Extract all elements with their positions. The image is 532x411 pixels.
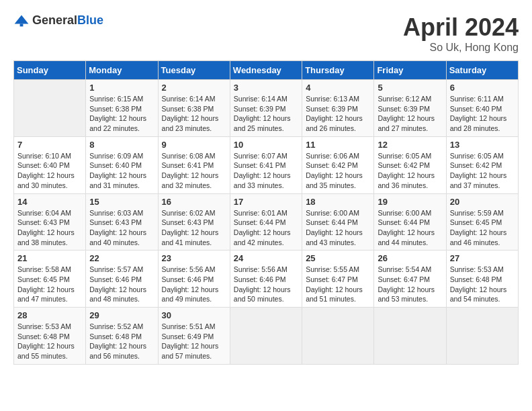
day-cell <box>230 308 302 365</box>
day-number: 22 <box>89 253 154 263</box>
day-info: Sunrise: 5:53 AMSunset: 6:48 PMDaylight:… <box>17 322 82 361</box>
day-info: Sunrise: 6:08 AMSunset: 6:41 PMDaylight:… <box>162 151 226 191</box>
day-cell <box>446 308 518 365</box>
day-info: Sunrise: 6:02 AMSunset: 6:43 PMDaylight:… <box>162 208 226 248</box>
header: GeneralBlue April 2024 So Uk, Hong Kong <box>13 13 519 54</box>
day-cell: 24Sunrise: 5:56 AMSunset: 6:46 PMDayligh… <box>230 250 302 308</box>
logo: GeneralBlue <box>13 13 103 28</box>
day-cell <box>374 308 446 365</box>
day-info: Sunrise: 6:03 AMSunset: 6:43 PMDaylight:… <box>89 208 154 248</box>
day-cell: 19Sunrise: 6:00 AMSunset: 6:44 PMDayligh… <box>374 193 446 250</box>
logo-blue: Blue <box>77 13 103 27</box>
day-info: Sunrise: 6:05 AMSunset: 6:42 PMDaylight:… <box>450 151 515 191</box>
weekday-wednesday: Wednesday <box>230 61 302 80</box>
logo-icon <box>13 14 30 28</box>
weekday-friday: Friday <box>374 61 446 80</box>
day-cell: 22Sunrise: 5:57 AMSunset: 6:46 PMDayligh… <box>86 250 158 308</box>
day-number: 1 <box>89 83 154 93</box>
day-number: 20 <box>450 197 515 207</box>
day-cell: 20Sunrise: 5:59 AMSunset: 6:45 PMDayligh… <box>446 193 518 250</box>
day-number: 5 <box>378 83 442 93</box>
day-number: 3 <box>234 83 298 93</box>
day-number: 11 <box>306 140 370 150</box>
day-info: Sunrise: 6:10 AMSunset: 6:40 PMDaylight:… <box>17 151 82 191</box>
calendar-table: SundayMondayTuesdayWednesdayThursdayFrid… <box>13 60 519 365</box>
weekday-tuesday: Tuesday <box>158 61 230 80</box>
weekday-monday: Monday <box>86 61 158 80</box>
title-area: April 2024 So Uk, Hong Kong <box>403 13 519 54</box>
day-info: Sunrise: 6:14 AMSunset: 6:39 PMDaylight:… <box>234 94 298 134</box>
week-row-4: 21Sunrise: 5:58 AMSunset: 6:45 PMDayligh… <box>14 250 519 308</box>
day-number: 9 <box>162 140 226 150</box>
day-cell: 11Sunrise: 6:06 AMSunset: 6:42 PMDayligh… <box>302 136 374 193</box>
day-info: Sunrise: 6:14 AMSunset: 6:38 PMDaylight:… <box>162 94 226 134</box>
day-info: Sunrise: 5:57 AMSunset: 6:46 PMDaylight:… <box>89 265 154 304</box>
day-number: 21 <box>17 253 82 263</box>
day-info: Sunrise: 5:56 AMSunset: 6:46 PMDaylight:… <box>162 265 226 304</box>
day-cell: 23Sunrise: 5:56 AMSunset: 6:46 PMDayligh… <box>158 250 230 308</box>
day-number: 23 <box>162 253 226 263</box>
day-number: 10 <box>234 140 298 150</box>
day-info: Sunrise: 5:54 AMSunset: 6:47 PMDaylight:… <box>378 265 442 304</box>
day-number: 24 <box>234 253 298 263</box>
day-number: 7 <box>17 140 82 150</box>
day-info: Sunrise: 6:13 AMSunset: 6:39 PMDaylight:… <box>306 94 370 134</box>
day-number: 4 <box>306 83 370 93</box>
day-number: 8 <box>89 140 154 150</box>
calendar-body: 1Sunrise: 6:15 AMSunset: 6:38 PMDaylight… <box>14 80 519 365</box>
day-info: Sunrise: 5:56 AMSunset: 6:46 PMDaylight:… <box>234 265 298 304</box>
day-cell: 18Sunrise: 6:00 AMSunset: 6:44 PMDayligh… <box>302 193 374 250</box>
week-row-3: 14Sunrise: 6:04 AMSunset: 6:43 PMDayligh… <box>14 193 519 250</box>
day-number: 13 <box>450 140 515 150</box>
day-cell: 5Sunrise: 6:12 AMSunset: 6:39 PMDaylight… <box>374 80 446 137</box>
location-title: So Uk, Hong Kong <box>403 42 519 54</box>
day-cell: 10Sunrise: 6:07 AMSunset: 6:41 PMDayligh… <box>230 136 302 193</box>
day-number: 6 <box>450 83 515 93</box>
day-cell: 7Sunrise: 6:10 AMSunset: 6:40 PMDaylight… <box>14 136 86 193</box>
day-number: 30 <box>162 310 226 320</box>
day-cell: 28Sunrise: 5:53 AMSunset: 6:48 PMDayligh… <box>14 308 86 365</box>
day-info: Sunrise: 6:01 AMSunset: 6:44 PMDaylight:… <box>234 208 298 248</box>
day-cell: 4Sunrise: 6:13 AMSunset: 6:39 PMDaylight… <box>302 80 374 137</box>
day-number: 25 <box>306 253 370 263</box>
day-number: 26 <box>378 253 442 263</box>
day-number: 12 <box>378 140 442 150</box>
day-cell: 17Sunrise: 6:01 AMSunset: 6:44 PMDayligh… <box>230 193 302 250</box>
day-cell: 3Sunrise: 6:14 AMSunset: 6:39 PMDaylight… <box>230 80 302 137</box>
svg-marker-0 <box>15 15 29 24</box>
day-cell: 25Sunrise: 5:55 AMSunset: 6:47 PMDayligh… <box>302 250 374 308</box>
day-info: Sunrise: 5:52 AMSunset: 6:48 PMDaylight:… <box>89 322 154 361</box>
day-number: 2 <box>162 83 226 93</box>
day-info: Sunrise: 6:00 AMSunset: 6:44 PMDaylight:… <box>378 208 442 248</box>
day-cell <box>302 308 374 365</box>
day-number: 27 <box>450 253 515 263</box>
day-cell: 14Sunrise: 6:04 AMSunset: 6:43 PMDayligh… <box>14 193 86 250</box>
day-number: 15 <box>89 197 154 207</box>
day-cell: 15Sunrise: 6:03 AMSunset: 6:43 PMDayligh… <box>86 193 158 250</box>
calendar-header: SundayMondayTuesdayWednesdayThursdayFrid… <box>14 61 519 80</box>
month-title: April 2024 <box>403 13 519 42</box>
day-cell: 13Sunrise: 6:05 AMSunset: 6:42 PMDayligh… <box>446 136 518 193</box>
weekday-row: SundayMondayTuesdayWednesdayThursdayFrid… <box>14 61 519 80</box>
day-cell: 29Sunrise: 5:52 AMSunset: 6:48 PMDayligh… <box>86 308 158 365</box>
day-info: Sunrise: 5:58 AMSunset: 6:45 PMDaylight:… <box>17 265 82 304</box>
day-cell: 2Sunrise: 6:14 AMSunset: 6:38 PMDaylight… <box>158 80 230 137</box>
day-cell: 12Sunrise: 6:05 AMSunset: 6:42 PMDayligh… <box>374 136 446 193</box>
day-cell: 30Sunrise: 5:51 AMSunset: 6:49 PMDayligh… <box>158 308 230 365</box>
svg-rect-1 <box>20 24 24 26</box>
day-info: Sunrise: 5:53 AMSunset: 6:48 PMDaylight:… <box>450 265 515 304</box>
day-cell: 26Sunrise: 5:54 AMSunset: 6:47 PMDayligh… <box>374 250 446 308</box>
day-number: 18 <box>306 197 370 207</box>
day-cell: 6Sunrise: 6:11 AMSunset: 6:40 PMDaylight… <box>446 80 518 137</box>
week-row-2: 7Sunrise: 6:10 AMSunset: 6:40 PMDaylight… <box>14 136 519 193</box>
day-info: Sunrise: 5:51 AMSunset: 6:49 PMDaylight:… <box>162 322 226 361</box>
day-info: Sunrise: 6:04 AMSunset: 6:43 PMDaylight:… <box>17 208 82 248</box>
day-cell <box>14 80 86 137</box>
day-info: Sunrise: 6:11 AMSunset: 6:40 PMDaylight:… <box>450 94 515 134</box>
day-cell: 21Sunrise: 5:58 AMSunset: 6:45 PMDayligh… <box>14 250 86 308</box>
day-cell: 27Sunrise: 5:53 AMSunset: 6:48 PMDayligh… <box>446 250 518 308</box>
day-info: Sunrise: 6:09 AMSunset: 6:40 PMDaylight:… <box>89 151 154 191</box>
day-info: Sunrise: 6:06 AMSunset: 6:42 PMDaylight:… <box>306 151 370 191</box>
day-info: Sunrise: 6:15 AMSunset: 6:38 PMDaylight:… <box>89 94 154 134</box>
day-cell: 8Sunrise: 6:09 AMSunset: 6:40 PMDaylight… <box>86 136 158 193</box>
